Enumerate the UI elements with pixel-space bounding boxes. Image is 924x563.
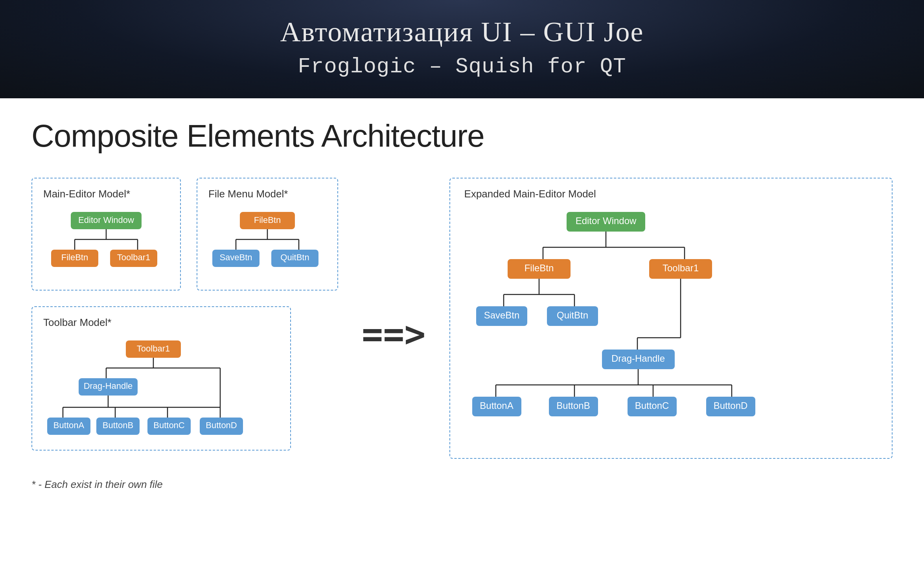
svg-text:SaveBtn: SaveBtn [219, 252, 252, 262]
svg-text:ButtonA: ButtonA [480, 400, 513, 411]
section-title: Composite Elements Architecture [31, 118, 893, 154]
svg-text:QuitBtn: QuitBtn [557, 310, 588, 320]
file-menu-label: File Menu Model* [208, 188, 326, 200]
diagrams-area: Main-Editor Model* Editor Window FileBtn [31, 178, 893, 459]
expanded-model-box: Expanded Main-Editor Model Editor Window… [449, 178, 893, 459]
toolbar-label: Toolbar Model* [43, 316, 279, 329]
svg-text:Drag-Handle: Drag-Handle [611, 353, 665, 364]
svg-text:QuitBtn: QuitBtn [280, 252, 309, 262]
svg-text:Toolbar1: Toolbar1 [137, 344, 170, 353]
svg-text:ButtonC: ButtonC [635, 400, 669, 411]
main-editor-label: Main-Editor Model* [43, 188, 169, 200]
svg-text:FileBtn: FileBtn [61, 252, 88, 262]
left-models: Main-Editor Model* Editor Window FileBtn [31, 178, 338, 451]
top-models: Main-Editor Model* Editor Window FileBtn [31, 178, 338, 291]
expanded-model: Expanded Main-Editor Model Editor Window… [449, 178, 893, 459]
main-content: Composite Elements Architecture Main-Edi… [0, 98, 924, 506]
file-menu-svg: FileBtn SaveBtn QuitBtn [208, 208, 326, 279]
svg-text:SaveBtn: SaveBtn [484, 310, 519, 320]
svg-text:FileBtn: FileBtn [524, 263, 554, 273]
arrow-symbol: ==> [362, 313, 426, 355]
header-title: Автоматизация UI – GUI Joe [24, 16, 900, 48]
svg-text:FileBtn: FileBtn [254, 215, 281, 225]
footer-note: * - Each exist in their own file [31, 478, 893, 491]
svg-text:ButtonD: ButtonD [713, 400, 747, 411]
svg-text:ButtonB: ButtonB [556, 400, 590, 411]
svg-text:ButtonA: ButtonA [53, 420, 85, 430]
main-editor-model: Main-Editor Model* Editor Window FileBtn [31, 178, 181, 291]
expanded-model-label: Expanded Main-Editor Model [464, 188, 878, 200]
expanded-svg: Editor Window FileBtn Toolbar1 [464, 208, 763, 444]
file-menu-model: File Menu Model* FileBtn SaveBtn [197, 178, 338, 291]
arrow-container: ==> [362, 313, 426, 355]
svg-text:Drag-Handle: Drag-Handle [84, 381, 133, 391]
main-editor-svg: Editor Window FileBtn Toolbar1 [43, 208, 169, 279]
svg-text:ButtonB: ButtonB [103, 420, 133, 430]
svg-text:Editor Window: Editor Window [78, 215, 134, 225]
svg-text:Toolbar1: Toolbar1 [117, 252, 150, 262]
svg-text:Toolbar1: Toolbar1 [663, 263, 699, 273]
svg-text:Editor Window: Editor Window [575, 215, 636, 226]
svg-text:ButtonD: ButtonD [206, 420, 237, 430]
toolbar-svg: Toolbar1 Drag-Handle [43, 337, 279, 439]
header: Автоматизация UI – GUI Joe Froglogic – S… [0, 0, 924, 98]
svg-text:ButtonC: ButtonC [153, 420, 185, 430]
toolbar-model: Toolbar Model* Toolbar1 Drag-Handle [31, 306, 291, 451]
header-subtitle: Froglogic – Squish for QT [24, 55, 900, 79]
